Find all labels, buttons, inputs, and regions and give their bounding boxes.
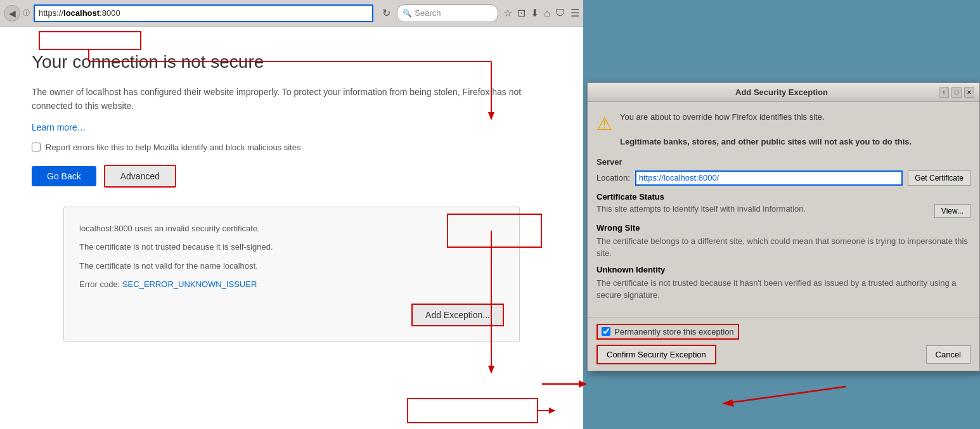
confirm-security-exception-button[interactable]: Confirm Security Exception bbox=[596, 345, 716, 364]
warning-text: You are about to override how Firefox id… bbox=[620, 111, 912, 148]
search-placeholder: Search bbox=[415, 8, 441, 18]
dialog-up-button[interactable]: ↑ bbox=[939, 87, 949, 98]
unknown-identity-title: Unknown Identity bbox=[596, 265, 970, 274]
dialog-footer: Permanently store this exception Confirm… bbox=[588, 317, 979, 371]
dialog-close-button[interactable]: ✕ bbox=[964, 87, 974, 98]
warning-intro: You are about to override how Firefox id… bbox=[620, 112, 825, 122]
wrong-site-section: Wrong Site The certificate belongs to a … bbox=[596, 223, 970, 260]
reload-button[interactable]: ↻ bbox=[378, 6, 394, 20]
server-section-title: Server bbox=[596, 157, 970, 167]
report-errors-checkbox[interactable] bbox=[32, 143, 41, 151]
location-label: Location: bbox=[596, 173, 630, 182]
search-icon: 🔍 bbox=[403, 9, 412, 18]
checkbox-label: Report errors like this to help Mozilla … bbox=[46, 143, 300, 152]
warning-bold: Legitimate banks, stores, and other publ… bbox=[620, 137, 912, 146]
browser-content: Your connection is not secure The owner … bbox=[0, 27, 583, 429]
svg-marker-16 bbox=[723, 399, 734, 407]
error-description: The owner of localhost has configured th… bbox=[32, 85, 526, 113]
browser-toolbar: ◀ ⓘ https://localhost:8000 ↻ 🔍 Search ☆ … bbox=[0, 0, 583, 27]
dialog-title-text: Add Security Exception bbox=[624, 87, 939, 97]
location-input[interactable] bbox=[635, 170, 903, 186]
permanently-label: Permanently store this exception bbox=[614, 327, 734, 336]
star-icon[interactable]: ☆ bbox=[503, 7, 512, 19]
advanced-line3: The certificate is not valid for the nam… bbox=[79, 260, 504, 272]
dialog-titlebar: Add Security Exception ↑ □ ✕ bbox=[588, 83, 979, 102]
dialog-maximize-button[interactable]: □ bbox=[951, 87, 962, 98]
go-back-button[interactable]: Go Back bbox=[32, 166, 96, 186]
learn-more-link[interactable]: Learn more… bbox=[32, 122, 86, 132]
server-section: Server Location: Get Certificate bbox=[596, 157, 970, 186]
advanced-line1: localhost:8000 uses an invalid security … bbox=[79, 222, 504, 235]
view-button[interactable]: View... bbox=[934, 204, 970, 218]
address-bar[interactable]: https://localhost:8000 bbox=[34, 4, 373, 22]
menu-icon[interactable]: ☰ bbox=[571, 7, 579, 19]
error-title: Your connection is not secure bbox=[32, 52, 551, 72]
svg-marker-8 bbox=[549, 407, 555, 414]
toolbar-icons: ☆ ⊡ ⬇ ⌂ 🛡 ☰ bbox=[503, 7, 579, 19]
error-code-text: Error code: SEC_ERROR_UNKNOWN_ISSUER bbox=[79, 278, 504, 291]
svg-line-15 bbox=[723, 387, 846, 404]
footer-top-row: Permanently store this exception bbox=[596, 324, 970, 340]
footer-bottom-row: Confirm Security Exception Cancel bbox=[596, 345, 970, 364]
pocket-icon[interactable]: ⊡ bbox=[517, 7, 525, 19]
button-row: Go Back Advanced bbox=[32, 165, 551, 188]
search-bar[interactable]: 🔍 Search bbox=[397, 4, 498, 22]
advanced-line2: The certificate is not trusted because i… bbox=[79, 241, 504, 253]
dialog-warning-row: ⚠ You are about to override how Firefox … bbox=[596, 111, 970, 148]
svg-rect-6 bbox=[408, 399, 538, 423]
info-icon: ⓘ bbox=[23, 8, 30, 18]
security-exception-dialog: Add Security Exception ↑ □ ✕ ⚠ You are a… bbox=[587, 82, 980, 371]
permanently-row: Permanently store this exception bbox=[596, 324, 739, 340]
wrong-site-title: Wrong Site bbox=[596, 223, 970, 233]
back-button[interactable]: ◀ bbox=[4, 5, 20, 22]
titlebar-buttons: ↑ □ ✕ bbox=[939, 87, 974, 98]
cert-status-title: Certificate Status bbox=[596, 192, 970, 202]
unknown-identity-text: The certificate is not trusted because i… bbox=[596, 277, 970, 302]
warning-icon: ⚠ bbox=[596, 113, 612, 134]
error-page: Your connection is not secure The owner … bbox=[0, 27, 583, 368]
shield-icon[interactable]: 🛡 bbox=[555, 8, 565, 19]
unknown-identity-section: Unknown Identity The certificate is not … bbox=[596, 265, 970, 302]
dialog-footer-inner: Permanently store this exception Confirm… bbox=[596, 324, 970, 364]
advanced-button[interactable]: Advanced bbox=[104, 165, 176, 188]
permanently-store-checkbox[interactable] bbox=[602, 327, 610, 336]
get-certificate-button[interactable]: Get Certificate bbox=[908, 170, 970, 186]
cert-status-section: Certificate Status This site attempts to… bbox=[596, 192, 970, 302]
home-icon[interactable]: ⌂ bbox=[544, 8, 550, 19]
download-icon[interactable]: ⬇ bbox=[531, 7, 539, 19]
dialog-body: ⚠ You are about to override how Firefox … bbox=[588, 102, 979, 317]
cancel-button[interactable]: Cancel bbox=[926, 345, 970, 364]
advanced-panel: localhost:8000 uses an invalid security … bbox=[63, 207, 520, 342]
url-text: https://localhost:8000 bbox=[39, 8, 120, 18]
location-row: Location: Get Certificate bbox=[596, 170, 970, 186]
error-code-link[interactable]: SEC_ERROR_UNKNOWN_ISSUER bbox=[122, 279, 257, 289]
add-exception-button[interactable]: Add Exception... bbox=[411, 304, 504, 326]
checkbox-row: Report errors like this to help Mozilla … bbox=[32, 143, 551, 152]
wrong-site-text: The certificate belongs to a different s… bbox=[596, 235, 970, 260]
browser-window: ◀ ⓘ https://localhost:8000 ↻ 🔍 Search ☆ … bbox=[0, 0, 583, 429]
cert-status-text: This site attempts to identify itself wi… bbox=[596, 204, 806, 214]
